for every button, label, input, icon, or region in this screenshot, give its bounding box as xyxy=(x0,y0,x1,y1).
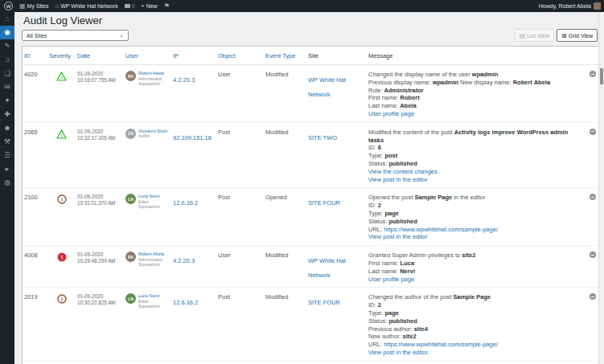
message-link[interactable]: User profile page xyxy=(368,276,414,283)
event-type: Modified xyxy=(264,246,306,287)
grid-view-button[interactable]: ⊞ Grid View xyxy=(557,29,598,42)
expand-data-icon[interactable] xyxy=(590,129,596,135)
column-header-user[interactable]: User xyxy=(124,52,171,59)
comments-menu[interactable]: 0 xyxy=(125,3,135,9)
admin-bar-left: W ▦ My Sites ⌂ WP White Hat Network 0 + … xyxy=(0,2,170,10)
expand-data-icon[interactable] xyxy=(590,71,596,77)
howdy-account-menu[interactable]: Howdy, Robert Abela xyxy=(539,3,591,9)
message-link[interactable]: User profile page xyxy=(368,110,414,117)
account-avatar[interactable] xyxy=(594,2,601,10)
appearance-icon: ✦ xyxy=(4,97,10,104)
sidebar-item-pages[interactable]: ❏ xyxy=(0,67,14,80)
column-header-severity[interactable]: Severity xyxy=(47,52,76,59)
user-cell: LN Luca Nervi Editor, Superadmin xyxy=(124,288,171,360)
event-type: Modified xyxy=(264,123,306,188)
list-view-button[interactable]: ▤ List View xyxy=(515,29,554,42)
message-cell: Modified the content of the post Activit… xyxy=(367,123,586,188)
event-id: 2019 xyxy=(23,288,47,360)
ip-address-link[interactable]: 92.109.151.16 xyxy=(173,134,212,141)
plugins-icon: ✚ xyxy=(4,111,10,118)
network-site-label: WP White Hat Network xyxy=(60,3,117,9)
message-link[interactable]: View post in the editor xyxy=(368,176,428,183)
plugin-adminbar-menu[interactable]: ⚑ xyxy=(164,3,170,10)
extra-plugin-icon: ◍ xyxy=(4,179,10,186)
network-site-menu[interactable]: ⌂ WP White Hat Network xyxy=(55,3,117,10)
sidebar-item-users[interactable]: ☻ xyxy=(0,121,14,135)
svg-text:i: i xyxy=(61,297,63,302)
settings-icon: ☰ xyxy=(4,152,10,159)
sidebar-item-posts[interactable]: ✎ xyxy=(0,39,14,53)
event-id: 2065 xyxy=(23,123,47,188)
activity-log-icon: ◉ xyxy=(4,29,10,36)
site-link[interactable]: SITE TWO xyxy=(308,134,337,141)
user-role: Editor, Superadmin xyxy=(138,199,170,209)
event-date: 01-09-202010:30:20.825 AM xyxy=(76,288,124,360)
message-link[interactable]: https://www.wpwhitehat.com/sample-page/ xyxy=(384,341,498,348)
list-view-icon: ▤ xyxy=(520,32,526,39)
sidebar-item-extra-plugin[interactable]: ◍ xyxy=(0,176,14,190)
expand-data-icon[interactable] xyxy=(590,194,596,200)
ip-address-link[interactable]: 12.6.16.2 xyxy=(173,299,198,306)
user-role: Author xyxy=(138,133,170,138)
site-link[interactable]: SITE FOUR xyxy=(308,299,340,306)
wordpress-admin-screen: W ▦ My Sites ⌂ WP White Hat Network 0 + … xyxy=(0,0,604,364)
site-filter-select[interactable]: All Sites ⌄ xyxy=(22,30,129,41)
sidebar-item-dashboard[interactable]: ⌂ xyxy=(0,12,14,26)
event-date: 01-09-202010:16:07.755 AM xyxy=(76,65,124,122)
scrollbar-thumb[interactable] xyxy=(600,68,603,84)
wordpress-logo-menu[interactable]: W xyxy=(4,2,13,10)
new-content-menu[interactable]: + New xyxy=(142,3,158,9)
site-link[interactable]: WP White Hat Network xyxy=(308,76,346,98)
sidebar-item-comments[interactable]: ✉ xyxy=(0,80,14,94)
message-link[interactable]: View post in the editor xyxy=(368,233,428,240)
event-id: 2100 xyxy=(23,188,47,245)
event-id: 4020 xyxy=(23,65,47,122)
media-icon: ♫ xyxy=(5,56,10,63)
message-cell: Changed the author of the post Sample Pa… xyxy=(367,288,586,360)
grid-view-label: Grid View xyxy=(569,33,593,39)
column-header-event-type[interactable]: Event Type xyxy=(264,52,306,59)
column-header-object[interactable]: Object xyxy=(216,52,264,59)
ip-address-link[interactable]: 4.2.20.3 xyxy=(173,257,195,264)
ip-address-link[interactable]: 12.6.16.2 xyxy=(173,199,198,207)
sidebar-item-plugins[interactable]: ✚ xyxy=(0,108,14,121)
column-header-site: Site xyxy=(306,52,367,59)
inspector-cell xyxy=(586,65,598,122)
user-role: Editor, Superadmin xyxy=(138,299,170,309)
table-row: 2100 i 01-09-202010:31:01.370 AM LN Luca… xyxy=(23,188,598,246)
admin-bar-right: Howdy, Robert Abela xyxy=(539,2,604,10)
site-link[interactable]: SITE FOUR xyxy=(308,199,340,207)
column-header-id[interactable]: ID xyxy=(23,52,47,59)
my-sites-label: My Sites xyxy=(27,3,49,9)
column-header-message: Message xyxy=(367,52,586,59)
sidebar-item-tools[interactable]: ⚒ xyxy=(0,135,14,149)
ip-address-link[interactable]: 4.2.20.3 xyxy=(173,76,195,84)
sidebar-item-activity-log[interactable]: ◉ xyxy=(0,26,14,39)
site-link[interactable]: WP White Hat Network xyxy=(308,257,346,279)
message-link[interactable]: View the content changes xyxy=(368,168,438,175)
severity-info-icon: i xyxy=(57,292,67,356)
comments-icon: ✉ xyxy=(4,84,10,91)
sidebar-item-appearance[interactable]: ✦ xyxy=(0,94,14,108)
object-type: Post xyxy=(216,188,264,245)
event-date: 01-09-202010:32:17.305 AM xyxy=(76,123,124,188)
user-cell: GS Giovanni Storti Author xyxy=(124,123,171,188)
my-sites-menu[interactable]: ▦ My Sites xyxy=(19,3,48,10)
expand-data-icon[interactable] xyxy=(590,252,596,258)
message-link[interactable]: https://www.wpwhitehat.com/sample-page/ xyxy=(384,226,498,233)
vertical-scrollbar[interactable] xyxy=(598,12,604,364)
column-header-ip[interactable]: IP xyxy=(171,52,216,59)
severity-cell: i xyxy=(47,288,76,360)
sidebar-item-media[interactable]: ♫ xyxy=(0,53,14,67)
sidebar-item-video[interactable]: ▸ xyxy=(0,162,14,176)
video-icon: ▸ xyxy=(6,166,10,173)
expand-data-icon[interactable] xyxy=(590,293,596,300)
comment-bubble-icon xyxy=(125,4,130,8)
column-header-date[interactable]: Date xyxy=(76,52,124,59)
severity-cell: ! xyxy=(47,246,76,287)
message-cell: Opened the post Sample Page in the edito… xyxy=(367,188,586,245)
sidebar-item-settings[interactable]: ☰ xyxy=(0,149,14,162)
list-view-label: List View xyxy=(527,33,549,39)
comment-count: 0 xyxy=(132,3,135,9)
message-link[interactable]: View post in the editor. xyxy=(368,349,429,356)
